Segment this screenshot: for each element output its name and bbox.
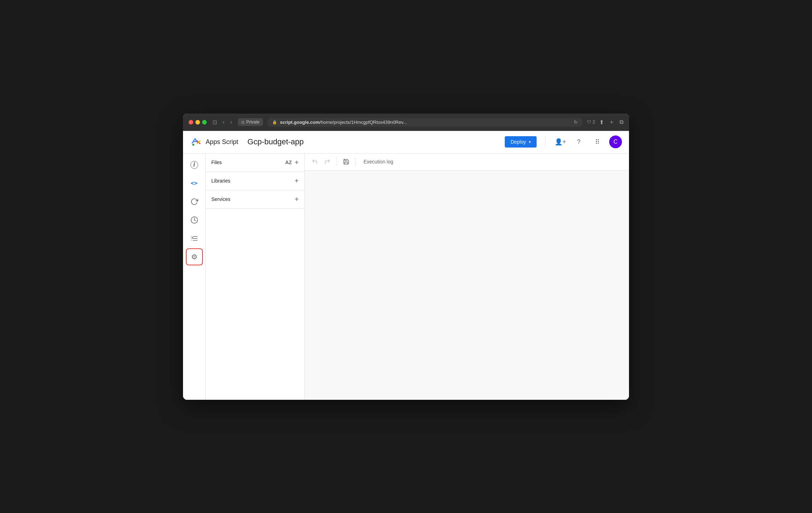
traffic-light-yellow[interactable] [195,120,200,125]
sidebar-icons: i <> [183,154,206,400]
execution-log-tab[interactable]: Execution log [359,157,398,167]
svg-point-1 [192,144,194,146]
header-divider [545,136,545,148]
add-service-icon[interactable]: + [295,195,299,203]
sidebar-item-project-settings[interactable]: ⚙ [186,248,203,265]
undo-icon [311,158,318,165]
add-file-icon[interactable]: + [295,158,299,167]
apps-script-logo-svg [190,136,202,148]
services-actions: + [295,195,299,203]
nav-back-button[interactable]: ‹ [221,118,226,126]
sidebar-item-editor[interactable]: <> [186,175,203,192]
private-tab[interactable]: ⊡ Private [238,118,263,126]
files-actions: AZ + [285,158,299,167]
app-logo: Apps Script [190,136,238,148]
nav-tab-icon: ⊡ [211,118,218,126]
tab-label: Private [246,120,259,125]
tab-icon: ⊡ [241,120,244,124]
browser-window: ⊡ ‹ › ⊡ Private 🔒 script.google.com/home… [183,114,629,400]
logo-text: Apps Script [206,138,238,146]
libraries-label: Libraries [211,178,230,184]
tabs-icon[interactable]: ⧉ [619,119,623,125]
save-icon [343,158,349,165]
browser-nav: ⊡ ‹ › [211,118,234,126]
services-section: Services + [206,190,304,209]
file-panel: Files AZ + Libraries + [206,154,305,400]
toolbar-divider-1 [337,157,337,166]
clock-icon [190,216,198,224]
editor-container: Execution log [305,154,629,400]
app-body: i <> [183,154,629,400]
app-container: Apps Script Gcp-budget-app Deploy ▾ 👤+ ?… [183,131,629,400]
redo-button[interactable] [322,156,333,167]
sidebar-item-triggers[interactable] [186,193,203,210]
redo-icon [324,158,331,165]
grid-icon: ⠿ [595,138,600,146]
gear-icon: ⚙ [191,253,198,261]
traffic-light-green[interactable] [202,120,207,125]
sort-icon[interactable]: AZ [285,160,292,165]
app-header: Apps Script Gcp-budget-app Deploy ▾ 👤+ ?… [183,131,629,154]
help-button[interactable]: ? [572,136,585,148]
project-title: Gcp-budget-app [247,137,304,146]
browser-actions: ⬆ ＋ ⧉ [599,119,623,126]
avatar[interactable]: C [609,136,622,148]
undo-button[interactable] [309,156,320,167]
share-icon[interactable]: ⬆ [599,119,604,126]
toolbar-divider-2 [355,157,356,166]
lock-icon: 🔒 [272,120,277,125]
triggers-icon [190,198,198,206]
info-icon: i [190,161,198,169]
new-tab-icon[interactable]: ＋ [609,119,614,126]
deploy-button[interactable]: Deploy ▾ [505,136,537,148]
browser-chrome: ⊡ ‹ › ⊡ Private 🔒 script.google.com/home… [183,114,629,131]
libraries-row[interactable]: Libraries + [206,172,304,190]
sidebar-item-overview[interactable]: i [186,156,203,173]
add-library-icon[interactable]: + [295,177,299,185]
sidebar-item-executions[interactable] [186,212,203,229]
chevron-down-icon: ▾ [529,140,531,144]
help-icon: ? [577,138,581,146]
libraries-actions: + [295,177,299,185]
traffic-lights [189,120,207,125]
editor-area [305,171,629,400]
add-user-button[interactable]: 👤+ [554,136,567,148]
files-row[interactable]: Files AZ + [206,154,304,172]
services-label: Services [211,196,230,202]
libraries-section: Libraries + [206,172,304,190]
address-bar[interactable]: 🔒 script.google.com/home/projects/1Hmcgp… [267,118,583,127]
apps-button[interactable]: ⠿ [591,136,604,148]
deploy-label: Deploy [510,139,526,145]
refresh-icon[interactable]: ↻ [574,120,578,125]
code-icon: <> [191,180,198,186]
files-label: Files [211,160,222,165]
shield-icon: 🛡 [587,120,591,125]
shield-count: 2 [593,120,595,125]
add-person-icon: 👤+ [555,138,566,146]
nav-forward-button[interactable]: › [229,118,233,126]
files-section: Files AZ + [206,154,304,172]
url-bold: script.google.com [280,120,320,125]
tab-bar: ⊡ Private [238,118,263,126]
services-row[interactable]: Services + [206,190,304,208]
save-button[interactable] [341,156,352,167]
traffic-light-red[interactable] [189,120,193,125]
url-text: script.google.com/home/projects/1HmcgpfQ… [280,120,571,125]
sidebar-item-settings-runs[interactable] [186,230,203,247]
shield-badge: 🛡 2 [587,120,595,125]
avatar-letter: C [613,139,618,145]
editor-toolbar: Execution log [305,154,629,171]
list-icon [190,235,198,242]
